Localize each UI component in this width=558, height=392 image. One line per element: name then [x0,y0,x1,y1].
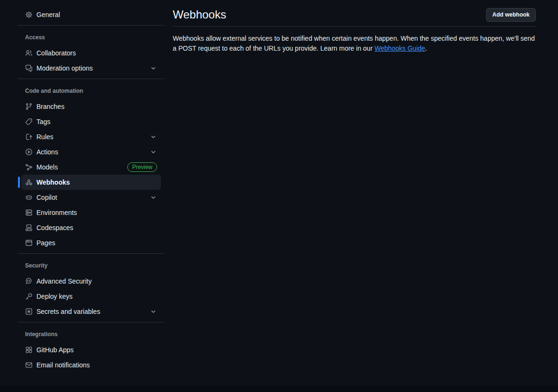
item-trailing: Preview [127,162,157,172]
sidebar-section-integrations: IntegrationsGitHub AppsEmail notificatio… [18,322,165,373]
chevron-down-icon[interactable] [150,194,157,201]
apps-grid-icon [25,346,33,354]
sidebar-item-tags[interactable]: Tags [21,114,161,129]
sidebar-item-label: Codespaces [36,224,73,232]
preview-badge: Preview [127,162,157,172]
sidebar-item-label: Branches [36,103,64,110]
title-row: Webhooks Add webhook [173,8,536,22]
code-scan-icon [25,277,33,285]
sidebar-item-label: Pages [36,239,55,247]
mail-icon [25,361,33,369]
sidebar-item-rules[interactable]: Rules [21,129,161,144]
sidebar-item-pages[interactable]: Pages [21,235,161,250]
sidebar-item-webhooks[interactable]: Webhooks [21,175,161,190]
repo-settings-page: GeneralAccessCollaboratorsModeration opt… [0,0,558,385]
sidebar-item-label: Webhooks [36,178,70,186]
sidebar-item-label: Secrets and variables [36,308,100,315]
sidebar-item-label: GitHub Apps [36,346,74,354]
sidebar-item-secrets-and-variables[interactable]: Secrets and variables [21,304,161,319]
title-divider [173,26,536,27]
add-webhook-button[interactable]: Add webhook [486,8,536,22]
sidebar-item-copilot[interactable]: Copilot [21,190,161,205]
gear-icon [25,11,33,18]
key-icon [25,293,33,300]
sidebar-item-label: Deploy keys [36,293,72,300]
sidebar-item-label: General [36,11,60,18]
sidebar-item-general[interactable]: General [21,7,161,22]
description-period: . [425,45,427,52]
models-icon [25,163,33,171]
rules-icon [25,133,33,141]
section-header-security: Security [18,254,165,274]
sidebar-item-collaborators[interactable]: Collaborators [21,45,161,61]
item-trailing [150,64,157,72]
sidebar-section: General [18,7,165,22]
webhooks-guide-link[interactable]: Webhooks Guide [374,45,425,52]
section-header-code-and-automation: Code and automation [18,79,165,99]
sidebar-item-moderation-options[interactable]: Moderation options [21,61,161,76]
sidebar-item-email-notifications[interactable]: Email notifications [21,357,161,373]
webhook-icon [25,178,33,186]
sidebar-item-codespaces[interactable]: Codespaces [21,220,161,235]
sidebar-item-label: Rules [36,133,53,141]
copilot-icon [25,194,33,201]
sidebar-item-deploy-keys[interactable]: Deploy keys [21,289,161,304]
sidebar-item-label: Moderation options [36,64,93,72]
secrets-icon [25,308,33,315]
sidebar-section-access: AccessCollaboratorsModeration options [18,25,165,76]
sidebar-item-label: Collaborators [36,49,76,57]
chevron-down-icon[interactable] [150,133,157,141]
section-header-access: Access [18,26,165,45]
settings-sidebar: GeneralAccessCollaboratorsModeration opt… [0,0,165,385]
sidebar-item-label: Environments [36,209,77,216]
item-trailing [150,148,157,156]
chevron-down-icon[interactable] [150,308,157,315]
sidebar-item-label: Actions [36,148,58,156]
section-header-integrations: Integrations [18,322,165,342]
server-icon [25,209,33,216]
item-trailing [150,308,157,315]
chevron-down-icon[interactable] [150,148,157,156]
description-text: Webhooks allow external services to be n… [173,35,535,52]
page-title: Webhooks [173,8,226,22]
sidebar-item-actions[interactable]: Actions [21,144,161,160]
sidebar-item-environments[interactable]: Environments [21,205,161,220]
webhooks-description: Webhooks allow external services to be n… [173,34,536,53]
sidebar-item-label: Copilot [36,194,57,201]
sidebar-item-label: Email notifications [36,361,90,369]
sidebar-item-label: Models [36,163,58,171]
sidebar-item-github-apps[interactable]: GitHub Apps [21,342,161,357]
sidebar-item-advanced-security[interactable]: Advanced Security [21,274,161,289]
codespaces-icon [25,224,33,232]
git-branch-icon [25,103,33,110]
chevron-down-icon[interactable] [150,64,157,72]
sidebar-item-models[interactable]: ModelsPreview [21,160,161,175]
item-trailing [150,194,157,201]
comment-discussion-icon [25,64,33,72]
tag-icon [25,118,33,125]
item-trailing [150,133,157,141]
people-icon [25,49,33,57]
settings-nav: GeneralAccessCollaboratorsModeration opt… [18,7,165,373]
browser-icon [25,239,33,247]
main-content: Webhooks Add webhook Webhooks allow exte… [165,0,558,385]
sidebar-section-code-and-automation: Code and automationBranchesTagsRulesActi… [18,79,165,250]
sidebar-item-branches[interactable]: Branches [21,99,161,114]
sidebar-item-label: Tags [36,118,51,125]
sidebar-section-security: SecurityAdvanced SecurityDeploy keysSecr… [18,253,165,319]
play-icon [25,148,33,156]
page-bottom-edge [0,385,558,392]
sidebar-item-label: Advanced Security [36,277,92,285]
